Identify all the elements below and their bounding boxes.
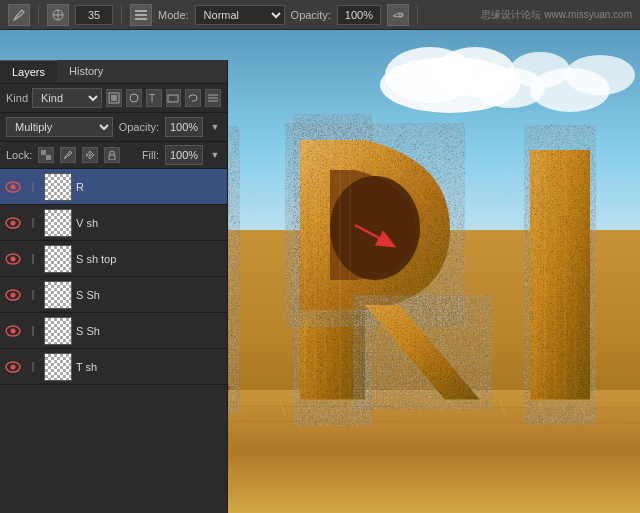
svg-rect-58 — [111, 95, 117, 101]
svg-rect-68 — [41, 155, 46, 160]
blend-mode-select[interactable]: Multiply Normal Screen Overlay Soft Ligh… — [6, 117, 113, 137]
svg-point-71 — [11, 184, 16, 189]
mode-label: Mode: — [158, 9, 189, 21]
layer-name-R: R — [76, 181, 223, 193]
layer-name-SSh2: S Sh — [76, 325, 223, 337]
layer-row-Sshtop[interactable]: S sh top — [0, 241, 227, 277]
layer-thumb-Sshtop — [44, 245, 72, 273]
link-icon-Tsh — [26, 358, 40, 376]
link-icon-Sshtop — [26, 250, 40, 268]
layer-row-SSh2[interactable]: S Sh — [0, 313, 227, 349]
svg-point-77 — [11, 292, 16, 297]
panel-tabs: Layers History — [0, 60, 227, 84]
main-toolbar: 35 Mode: Normal Multiply Screen Overlay … — [0, 0, 640, 30]
layer-row-SSh1[interactable]: S Sh — [0, 277, 227, 313]
fill-value-input[interactable]: 100% — [165, 145, 203, 165]
opacity-value-input[interactable]: 100% — [165, 117, 203, 137]
circle-layer-icon[interactable] — [126, 89, 142, 107]
svg-rect-61 — [168, 95, 178, 102]
brush-size-input[interactable]: 35 — [75, 5, 113, 25]
opacity-arrow[interactable]: ▼ — [209, 117, 221, 137]
svg-point-14 — [565, 55, 635, 95]
layer-name-Tsh: T sh — [76, 361, 223, 373]
eye-icon-R[interactable] — [4, 178, 22, 196]
kind-label: Kind — [6, 92, 28, 104]
layer-thumb-Vsh — [44, 209, 72, 237]
svg-point-59 — [130, 94, 138, 102]
lock-brush-icon[interactable] — [60, 147, 76, 163]
eye-icon-SSh2[interactable] — [4, 322, 22, 340]
svg-rect-3 — [135, 10, 147, 12]
svg-rect-69 — [109, 155, 115, 160]
tab-layers[interactable]: Layers — [0, 60, 57, 83]
lock-locked-icon[interactable] — [104, 147, 120, 163]
svg-point-81 — [11, 364, 16, 369]
kind-select[interactable]: Kind Pixel Adjustment Type Shape Smart O… — [32, 88, 102, 108]
link-icon-Vsh — [26, 214, 40, 232]
brush-tool-icon[interactable] — [8, 4, 30, 26]
layer-thumb-Tsh — [44, 353, 72, 381]
eye-icon-Tsh[interactable] — [4, 358, 22, 376]
lock-checkerboard-icon[interactable] — [38, 147, 54, 163]
svg-rect-5 — [135, 18, 147, 20]
svg-text:T: T — [149, 93, 155, 104]
opacity-label: Opacity: — [291, 9, 331, 21]
kind-row: Kind Kind Pixel Adjustment Type Shape Sm… — [0, 84, 227, 113]
chain-layer-icon[interactable] — [185, 89, 201, 107]
layer-row-Tsh[interactable]: T sh — [0, 349, 227, 385]
svg-point-79 — [11, 328, 16, 333]
svg-point-75 — [11, 256, 16, 261]
eye-icon-Sshtop[interactable] — [4, 250, 22, 268]
layer-thumb-SSh1 — [44, 281, 72, 309]
link-icon-SSh2 — [26, 322, 40, 340]
blend-mode-row: Multiply Normal Screen Overlay Soft Ligh… — [0, 113, 227, 142]
fill-label: Fill: — [142, 149, 159, 161]
svg-point-73 — [11, 220, 16, 225]
layer-row-Vsh[interactable]: V sh — [0, 205, 227, 241]
lock-move-icon[interactable] — [82, 147, 98, 163]
svg-rect-37 — [530, 150, 590, 400]
shape-layer-icon[interactable] — [166, 89, 182, 107]
svg-rect-66 — [46, 155, 51, 160]
layer-row-R[interactable]: R — [0, 169, 227, 205]
more-layer-icon[interactable] — [205, 89, 221, 107]
svg-point-28 — [330, 176, 420, 280]
layer-thumb-SSh2 — [44, 317, 72, 345]
canvas-area: Layers History Kind Kind Pixel Adjustmen… — [0, 30, 640, 513]
layer-name-Vsh: V sh — [76, 217, 223, 229]
layer-name-SSh1: S Sh — [76, 289, 223, 301]
svg-rect-67 — [46, 150, 51, 155]
layer-name-Sshtop: S sh top — [76, 253, 223, 265]
options-icon[interactable] — [130, 4, 152, 26]
opacity-label-layers: Opacity: — [119, 121, 159, 133]
separator-1 — [38, 5, 39, 25]
mode-select[interactable]: Normal Multiply Screen Overlay — [195, 5, 285, 25]
eye-icon-SSh1[interactable] — [4, 286, 22, 304]
separator-2 — [121, 5, 122, 25]
lock-row: Lock: Fill: 100% ▼ — [0, 142, 227, 169]
link-icon-SSh1 — [26, 286, 40, 304]
link-icon-R — [26, 178, 40, 196]
layer-thumb-R — [44, 173, 72, 201]
opacity-input[interactable]: 100% — [337, 5, 381, 25]
watermark-text: 思缘设计论坛 www.missyuan.com — [481, 8, 632, 22]
airbrush-icon[interactable] — [387, 4, 409, 26]
layers-panel: Layers History Kind Kind Pixel Adjustmen… — [0, 60, 228, 513]
svg-marker-29 — [365, 305, 480, 400]
separator-3 — [417, 5, 418, 25]
type-layer-icon[interactable]: T — [146, 89, 162, 107]
pixel-layer-icon[interactable] — [106, 89, 122, 107]
fill-arrow[interactable]: ▼ — [209, 145, 221, 165]
tab-history[interactable]: History — [57, 60, 115, 83]
size-icon[interactable] — [47, 4, 69, 26]
svg-rect-65 — [41, 150, 46, 155]
lock-label: Lock: — [6, 149, 32, 161]
eye-icon-Vsh[interactable] — [4, 214, 22, 232]
svg-rect-4 — [135, 14, 147, 16]
